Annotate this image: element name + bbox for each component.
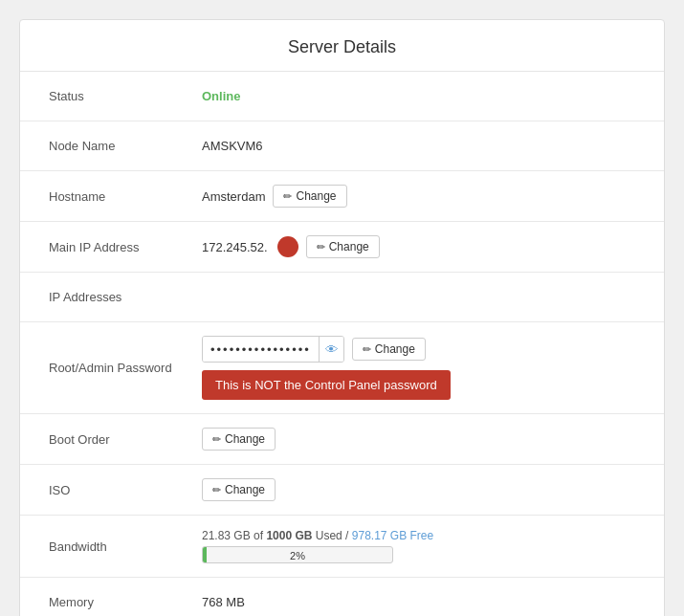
label-bandwidth: Bandwidth [49, 539, 202, 554]
value-node-name: AMSKVM6 [202, 139, 635, 153]
iso-change-button[interactable]: ✏ Change [202, 478, 276, 501]
row-boot-order: Boot Order ✏ Change [20, 414, 664, 465]
row-hostname: Hostname Amsterdam ✏ Change [20, 171, 664, 222]
main-ip-change-button[interactable]: ✏ Change [306, 235, 380, 258]
label-hostname: Hostname [49, 189, 202, 204]
status-online-text: Online [202, 89, 240, 103]
row-status: Status Online [20, 72, 664, 121]
label-boot-order: Boot Order [49, 432, 202, 447]
bandwidth-used-suffix: Used / [312, 529, 351, 542]
boot-order-change-button[interactable]: ✏ Change [202, 428, 276, 451]
password-dots: •••••••••••••••• [203, 337, 319, 362]
value-iso: ✏ Change [202, 478, 635, 501]
row-iso: ISO ✏ Change [20, 465, 664, 516]
row-ip-addresses: IP Addresses [20, 273, 664, 322]
pencil-icon: ✏ [212, 484, 221, 496]
memory-text: 768 MB [202, 595, 245, 609]
row-main-ip: Main IP Address 172.245.52. ✏ Change [20, 222, 664, 273]
not-control-panel-warning-button[interactable]: This is NOT the Control Panel password [202, 370, 451, 400]
value-bandwidth: 21.83 GB of 1000 GB Used / 978.17 GB Fre… [202, 529, 635, 563]
label-main-ip: Main IP Address [49, 240, 202, 254]
pencil-icon: ✏ [317, 241, 325, 253]
main-ip-change-label: Change [329, 240, 369, 253]
label-status: Status [49, 89, 202, 103]
password-change-label: Change [375, 342, 415, 356]
toggle-password-button[interactable]: 👁 [319, 337, 343, 362]
ip-text: 172.245.52. [202, 240, 268, 254]
row-node-name: Node Name AMSKVM6 [20, 121, 664, 171]
bandwidth-bar-container: 2% [202, 546, 393, 563]
pencil-icon: ✏ [283, 190, 292, 203]
row-root-password: Root/Admin Password •••••••••••••••• 👁 ✏… [20, 322, 664, 414]
pencil-icon: ✏ [212, 433, 221, 446]
password-field: •••••••••••••••• 👁 [202, 336, 344, 363]
eye-icon: 👁 [325, 342, 338, 357]
bandwidth-free: 978.17 GB Free [352, 529, 433, 542]
bandwidth-column: 21.83 GB of 1000 GB Used / 978.17 GB Fre… [202, 529, 433, 563]
hostname-change-button[interactable]: ✏ Change [273, 185, 346, 208]
label-memory: Memory [49, 595, 202, 609]
iso-change-label: Change [225, 483, 265, 496]
label-ip-addresses: IP Addresses [49, 290, 202, 304]
boot-order-change-label: Change [225, 432, 265, 446]
row-memory: Memory 768 MB [20, 578, 664, 616]
node-name-text: AMSKVM6 [202, 139, 263, 153]
bandwidth-used-prefix: 21.83 GB of [202, 529, 266, 542]
hostname-change-label: Change [296, 189, 336, 203]
bandwidth-percent-label: 2% [203, 547, 392, 563]
server-details-card: Server Details Status Online Node Name A… [19, 19, 665, 616]
bandwidth-text: 21.83 GB of 1000 GB Used / 978.17 GB Fre… [202, 529, 433, 542]
not-cp-warning-text: This is NOT the Control Panel password [215, 378, 437, 392]
ip-redacted-blob [277, 236, 298, 257]
pencil-icon: ✏ [363, 343, 371, 356]
value-memory: 768 MB [202, 595, 635, 609]
password-change-button[interactable]: ✏ Change [352, 338, 426, 361]
label-node-name: Node Name [49, 139, 202, 153]
value-boot-order: ✏ Change [202, 428, 635, 451]
row-bandwidth: Bandwidth 21.83 GB of 1000 GB Used / 978… [20, 516, 664, 578]
hostname-text: Amsterdam [202, 189, 265, 204]
value-root-password: •••••••••••••••• 👁 ✏ Change This is NOT … [202, 336, 635, 400]
label-root-password: Root/Admin Password [49, 361, 202, 375]
page-title: Server Details [20, 20, 664, 72]
value-hostname: Amsterdam ✏ Change [202, 185, 635, 208]
value-main-ip: 172.245.52. ✏ Change [202, 235, 635, 258]
value-status: Online [202, 89, 635, 103]
label-iso: ISO [49, 483, 202, 497]
bandwidth-total: 1000 GB [266, 529, 312, 542]
